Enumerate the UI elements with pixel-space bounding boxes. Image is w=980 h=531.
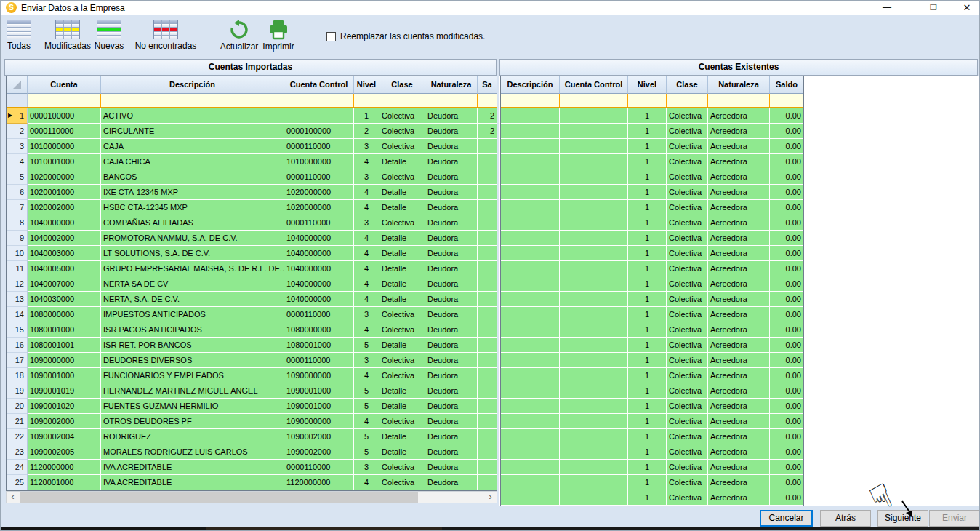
scroll-right-icon[interactable]: › — [484, 492, 497, 503]
table-row[interactable]: 1ColectivaAcreedora0.00 — [501, 154, 803, 169]
column-header[interactable]: Nivel — [628, 76, 667, 94]
table-row[interactable]: 1ColectivaAcreedora0.00 — [501, 429, 803, 444]
row-selector[interactable]: ▶1 — [7, 108, 28, 124]
filter-cell[interactable] — [101, 94, 284, 107]
table-row[interactable]: ▶10000100000ACTIVO1ColectivaDeudora2 — [7, 108, 497, 124]
column-header[interactable]: Cuenta — [28, 76, 101, 94]
filter-cell[interactable] — [628, 94, 667, 107]
table-row[interactable]: 1ColectivaAcreedora0.00 — [501, 383, 803, 399]
table-row[interactable]: 1ColectivaAcreedora0.00 — [501, 246, 803, 261]
filter-cell[interactable] — [284, 94, 354, 107]
table-row[interactable]: 221090002004RODRIGUEZ10900020005DetalleD… — [7, 429, 497, 444]
column-header[interactable]: Naturaleza — [708, 76, 770, 94]
cancelar-button[interactable]: Cancelar — [760, 510, 813, 527]
row-selector[interactable]: 23 — [7, 444, 28, 460]
table-row[interactable]: 1ColectivaAcreedora0.00 — [501, 108, 803, 124]
table-row[interactable]: 1ColectivaAcreedora0.00 — [501, 353, 803, 368]
table-row[interactable]: 1ColectivaAcreedora0.00 — [501, 444, 803, 460]
row-selector[interactable]: 11 — [7, 261, 28, 276]
table-row[interactable]: 141080000000IMPUESTOS ANTICIPADOS0000110… — [7, 307, 497, 322]
table-row[interactable]: 1ColectivaAcreedora0.00 — [501, 185, 803, 200]
filter-cell[interactable] — [354, 94, 379, 107]
column-header[interactable]: Saldo — [770, 76, 803, 94]
table-row[interactable]: 201090001020FUENTES GUZMAN HERMILIO10900… — [7, 399, 497, 414]
row-selector[interactable]: 3 — [7, 139, 28, 154]
filter-cell[interactable] — [425, 94, 478, 107]
filter-cell[interactable] — [379, 94, 425, 107]
table-row[interactable]: 101040003000LT SOLUTIONS, S.A. DE C.V.10… — [7, 246, 497, 261]
row-selector[interactable]: 10 — [7, 246, 28, 261]
table-row[interactable]: 191090001019HERNANDEZ MARTINEZ MIGULE AN… — [7, 383, 497, 399]
row-selector[interactable]: 18 — [7, 368, 28, 383]
table-row[interactable]: 31010000000CAJA00001100003ColectivaDeudo… — [7, 139, 497, 154]
atras-button[interactable]: Atrás — [820, 510, 871, 527]
table-row[interactable]: 111040005000GRUPO EMPRESARIAL MAISHA, S.… — [7, 261, 497, 276]
row-selector[interactable]: 20 — [7, 399, 28, 414]
filter-cell[interactable] — [28, 94, 101, 107]
scrollbar-thumb[interactable] — [20, 492, 418, 503]
row-selector[interactable]: 14 — [7, 307, 28, 322]
table-row[interactable]: 91040002000PROMOTORA NAMMU, S.A. DE C.V.… — [7, 231, 497, 246]
close-button[interactable]: ✕ — [955, 1, 979, 15]
table-row[interactable]: 1ColectivaAcreedora0.00 — [501, 338, 803, 353]
row-selector[interactable]: 4 — [7, 154, 28, 169]
column-header[interactable]: Clase — [379, 76, 425, 94]
table-row[interactable]: 151080001000ISR PAGOS ANTICIPADOS1080000… — [7, 322, 497, 338]
table-row[interactable]: 1ColectivaAcreedora0.00 — [501, 124, 803, 139]
row-selector[interactable]: 15 — [7, 322, 28, 338]
table-row[interactable]: 61020001000IXE CTA-12345 MXP10200000004D… — [7, 185, 497, 200]
filter-nuevas-button[interactable]: Nuevas — [93, 20, 125, 51]
table-row[interactable]: 51020000000BANCOS00001100003ColectivaDeu… — [7, 169, 497, 185]
table-row[interactable]: 1ColectivaAcreedora0.00 — [501, 399, 803, 414]
filter-cell[interactable] — [478, 94, 497, 107]
filter-modificadas-button[interactable]: Modificadas — [41, 20, 95, 51]
table-row[interactable]: 1ColectivaAcreedora0.00 — [501, 261, 803, 276]
row-selector[interactable]: 2 — [7, 124, 28, 139]
filter-todas-button[interactable]: Todas — [3, 20, 35, 51]
table-row[interactable]: 1ColectivaAcreedora0.00 — [501, 475, 803, 490]
minimize-button[interactable]: — — [875, 1, 899, 15]
filter-cell[interactable] — [560, 94, 628, 107]
row-selector[interactable]: 16 — [7, 338, 28, 353]
filter-cell[interactable] — [7, 94, 28, 107]
siguiente-button[interactable]: Siguiente — [877, 510, 928, 527]
table-row[interactable]: 251120001000IVA ACREDITABLE11200000004Co… — [7, 475, 497, 490]
row-selector[interactable]: 12 — [7, 276, 28, 292]
column-header[interactable]: Descripción — [101, 76, 284, 94]
table-row[interactable]: 1ColectivaAcreedora0.00 — [501, 307, 803, 322]
table-row[interactable]: 71020002000HSBC CTA-12345 MXP10200000004… — [7, 200, 497, 215]
h-scrollbar[interactable]: ‹ › — [6, 491, 497, 503]
column-header[interactable]: Cuenta Control — [560, 76, 628, 94]
table-row[interactable]: 1ColectivaAcreedora0.00 — [501, 169, 803, 185]
column-header[interactable]: Clase — [667, 76, 708, 94]
row-selector[interactable]: 6 — [7, 185, 28, 200]
row-selector[interactable]: 19 — [7, 383, 28, 399]
table-row[interactable]: 1ColectivaAcreedora0.00 — [501, 414, 803, 429]
table-row[interactable]: 231090002005MORALES RODRIGUEZ LUIS CARLO… — [7, 444, 497, 460]
table-row[interactable]: 1ColectivaAcreedora0.00 — [501, 231, 803, 246]
actualizar-button[interactable]: Actualizar — [219, 20, 260, 52]
filter-no-encontradas-button[interactable]: No encontradas — [132, 20, 199, 51]
row-selector[interactable]: 21 — [7, 414, 28, 429]
filter-cell[interactable] — [501, 94, 560, 107]
table-row[interactable]: 1ColectivaAcreedora0.00 — [501, 139, 803, 154]
scroll-left-icon[interactable]: ‹ — [7, 492, 19, 503]
row-selector[interactable]: 24 — [7, 460, 28, 475]
table-row[interactable]: 131040030000NERTA, S.A. DE C.V.104000000… — [7, 292, 497, 307]
table-row[interactable]: 161080001001ISR RET. POR BANCOS108000100… — [7, 338, 497, 353]
restore-button[interactable]: ❐ — [921, 1, 946, 15]
filter-cell[interactable] — [667, 94, 708, 107]
table-row[interactable]: 171090000000DEUDORES DIVERSOS00001100003… — [7, 353, 497, 368]
column-header[interactable]: Cuenta Control — [284, 76, 354, 94]
column-header[interactable]: Descripción — [501, 76, 560, 94]
table-row[interactable]: 1ColectivaAcreedora0.00 — [501, 292, 803, 307]
filter-cell[interactable] — [708, 94, 770, 107]
table-row[interactable]: 1ColectivaAcreedora0.00 — [501, 322, 803, 338]
select-all-corner[interactable] — [7, 76, 28, 94]
column-header[interactable]: Nivel — [354, 76, 379, 94]
table-row[interactable]: 211090002000OTROS DEUDORES PF10900000004… — [7, 414, 497, 429]
table-row[interactable]: 121040007000NERTA SA DE CV10400000004Det… — [7, 276, 497, 292]
table-row[interactable]: 241120000000IVA ACREDITABLE00001100003Co… — [7, 460, 497, 475]
column-header[interactable]: Sa — [478, 76, 497, 94]
row-selector[interactable]: 13 — [7, 292, 28, 307]
